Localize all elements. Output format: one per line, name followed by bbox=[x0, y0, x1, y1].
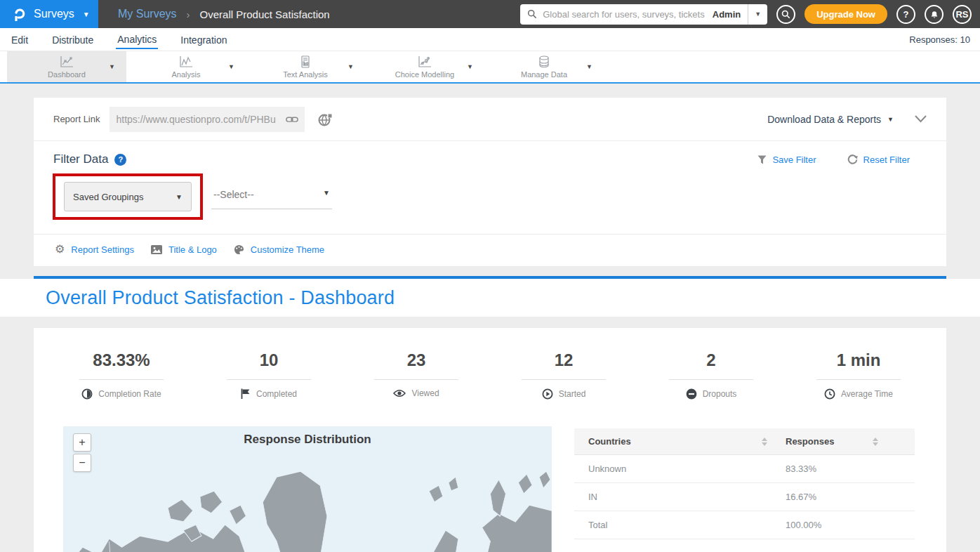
response-distribution-map[interactable]: Response Distribution + − bbox=[63, 426, 552, 552]
upgrade-now-button[interactable]: Upgrade Now bbox=[804, 4, 887, 24]
search-input[interactable] bbox=[537, 9, 713, 20]
responses-cell: 83.33% bbox=[786, 464, 870, 474]
breadcrumb-current: Overall Product Satisfaction bbox=[200, 8, 330, 20]
gear-icon: ⚙ bbox=[55, 244, 65, 255]
search-submit-button[interactable] bbox=[776, 5, 795, 24]
page-title: Overall Product Satisfaction - Dashboard bbox=[46, 287, 395, 309]
stat-started: 12 Started bbox=[490, 350, 637, 400]
table-row: Unknown 83.33% bbox=[574, 455, 915, 483]
divider bbox=[669, 379, 753, 380]
sort-countries-icon[interactable] bbox=[759, 438, 770, 446]
reset-filter-label: Reset Filter bbox=[863, 155, 910, 165]
nav-integration[interactable]: Integration bbox=[179, 30, 228, 48]
tab-manage-data-caret-icon[interactable]: ▼ bbox=[586, 63, 592, 70]
tab-label: Manage Data bbox=[521, 70, 567, 79]
title-logo-link[interactable]: Title & Logo bbox=[151, 244, 217, 255]
search-icon bbox=[527, 9, 537, 19]
report-config-links: ⚙ Report Settings Title & Logo Customize… bbox=[34, 235, 946, 266]
stat-value: 1 min bbox=[785, 350, 932, 370]
responses-column-header: Responses bbox=[786, 436, 870, 447]
completion-rate-icon bbox=[81, 388, 93, 400]
countries-table: Countries Responses Unknown 83.33% IN 16… bbox=[574, 428, 915, 539]
report-settings-label: Report Settings bbox=[71, 244, 134, 255]
tab-label: Choice Modelling bbox=[395, 70, 454, 79]
dashboard-title-band: Overall Product Satisfaction - Dashboard bbox=[0, 279, 980, 317]
filter-controls-row: Saved Groupings ▼ --Select-- ▼ bbox=[34, 169, 946, 234]
stat-label: Completed bbox=[256, 389, 297, 399]
divider bbox=[816, 379, 901, 380]
stat-label: Dropouts bbox=[703, 389, 737, 399]
nav-edit[interactable]: Edit bbox=[10, 30, 29, 48]
download-caret-icon: ▼ bbox=[887, 116, 894, 123]
help-button[interactable]: ? bbox=[896, 5, 915, 24]
divider bbox=[374, 379, 458, 380]
product-name: Surveys bbox=[34, 8, 74, 20]
eye-icon bbox=[393, 389, 406, 397]
filter-data-title: Filter Data bbox=[53, 152, 108, 166]
highlight-annotation-box: Saved Groupings ▼ bbox=[53, 173, 203, 220]
palette-icon bbox=[234, 244, 244, 255]
nav-distribute[interactable]: Distribute bbox=[51, 30, 95, 48]
zoom-in-button[interactable]: + bbox=[73, 433, 91, 452]
bell-icon bbox=[929, 9, 939, 19]
analysis-chart-icon bbox=[179, 55, 193, 68]
tab-text-analysis[interactable]: Text Analysis ▼ bbox=[246, 51, 365, 82]
tab-text-analysis-caret-icon[interactable]: ▼ bbox=[347, 63, 354, 70]
notifications-button[interactable] bbox=[925, 5, 943, 24]
breadcrumb-my-surveys[interactable]: My Surveys bbox=[118, 8, 177, 20]
tab-manage-data[interactable]: Manage Data ▼ bbox=[484, 51, 604, 82]
stat-value: 83.33% bbox=[48, 350, 195, 370]
stat-value: 10 bbox=[195, 350, 343, 370]
filter-select-placeholder: --Select-- bbox=[213, 189, 254, 200]
reset-icon bbox=[847, 155, 858, 165]
sort-responses-icon[interactable] bbox=[870, 438, 881, 446]
surveys-menu[interactable]: Surveys ▼ bbox=[0, 0, 98, 28]
avatar[interactable]: RS bbox=[953, 5, 972, 24]
tab-dashboard-caret-icon[interactable]: ▼ bbox=[109, 63, 115, 70]
stat-viewed: 23 Viewed bbox=[343, 350, 490, 400]
report-settings-link[interactable]: ⚙ Report Settings bbox=[55, 244, 134, 255]
breadcrumb: My Surveys › Overall Product Satisfactio… bbox=[118, 8, 330, 20]
stat-value: 23 bbox=[343, 350, 490, 370]
reset-filter-button[interactable]: Reset Filter bbox=[847, 155, 910, 165]
link-icon[interactable] bbox=[286, 114, 298, 124]
table-row: IN 16.67% bbox=[574, 483, 915, 511]
survey-nav: Edit Distribute Analytics Integration Re… bbox=[0, 28, 980, 51]
tab-label: Dashboard bbox=[48, 70, 86, 79]
search-icon bbox=[781, 10, 790, 19]
analytics-tabstrip: Dashboard ▼ Analysis ▼ Text Analysis ▼ C… bbox=[0, 51, 980, 84]
saved-groupings-dropdown[interactable]: Saved Groupings ▼ bbox=[64, 182, 192, 211]
responses-cell: 100.00% bbox=[786, 520, 870, 530]
stat-completion-rate: 83.33% Completion Rate bbox=[48, 350, 195, 400]
customize-theme-link[interactable]: Customize Theme bbox=[234, 244, 324, 255]
world-map[interactable] bbox=[63, 454, 552, 552]
report-link-url: https://www.questionpro.com/t/PHBu bbox=[116, 114, 283, 125]
filter-help-icon[interactable]: ? bbox=[114, 154, 126, 166]
report-link-field[interactable]: https://www.questionpro.com/t/PHBu bbox=[110, 107, 305, 132]
country-cell: IN bbox=[588, 492, 759, 502]
breadcrumb-separator-icon: › bbox=[187, 8, 190, 20]
tab-analysis[interactable]: Analysis ▼ bbox=[126, 51, 246, 82]
divider bbox=[227, 379, 311, 380]
filter-actions: Save Filter Reset Filter bbox=[757, 155, 910, 165]
divider bbox=[522, 379, 606, 380]
save-filter-button[interactable]: Save Filter bbox=[757, 155, 816, 165]
filter-select-dropdown[interactable]: --Select-- ▼ bbox=[211, 189, 332, 209]
embed-globe-icon[interactable] bbox=[317, 112, 333, 126]
global-search[interactable]: Admin ▼ bbox=[520, 4, 767, 25]
saved-groupings-value: Saved Groupings bbox=[73, 192, 143, 202]
title-logo-label: Title & Logo bbox=[168, 244, 217, 255]
download-data-reports-dropdown[interactable]: Download Data & Reports ▼ bbox=[767, 114, 894, 125]
report-link-row: Report Link https://www.questionpro.com/… bbox=[34, 98, 946, 140]
collapse-chevron-icon[interactable] bbox=[915, 115, 927, 123]
tab-analysis-caret-icon[interactable]: ▼ bbox=[228, 63, 234, 70]
stat-label: Started bbox=[559, 389, 586, 399]
tab-choice-modelling[interactable]: Choice Modelling ▼ bbox=[365, 51, 484, 82]
search-scope-caret-icon[interactable]: ▼ bbox=[748, 4, 767, 25]
tab-dashboard[interactable]: Dashboard ▼ bbox=[7, 51, 126, 82]
tab-choice-modelling-caret-icon[interactable]: ▼ bbox=[467, 63, 473, 70]
stat-average-time: 1 min Average Time bbox=[785, 350, 932, 400]
tab-label: Text Analysis bbox=[283, 70, 328, 79]
minus-circle-icon bbox=[686, 388, 697, 400]
nav-analytics[interactable]: Analytics bbox=[116, 29, 158, 49]
